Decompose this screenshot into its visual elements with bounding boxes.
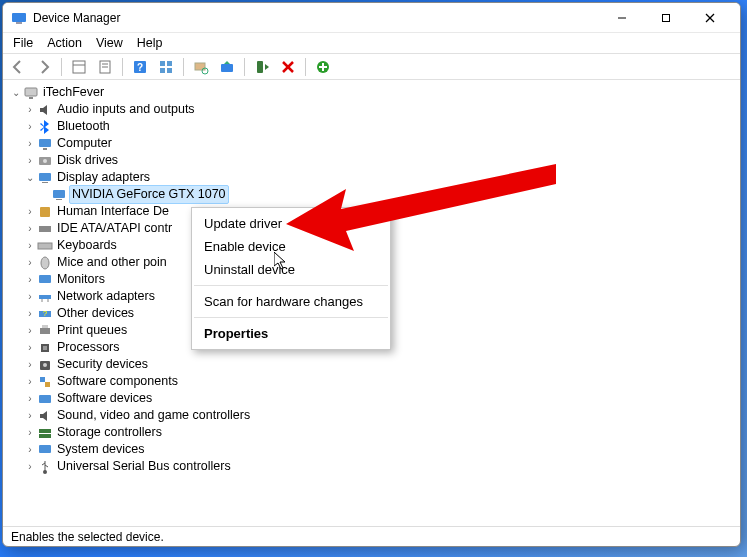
toolbar: ? [3, 54, 740, 80]
ide-icon [37, 221, 53, 237]
toolbar-separator [122, 58, 123, 76]
tree-item-label: Processors [57, 339, 120, 356]
keyboard-icon [37, 238, 53, 254]
chevron-right-icon[interactable]: › [23, 271, 37, 288]
back-button[interactable] [7, 56, 29, 78]
chevron-right-icon[interactable]: › [23, 305, 37, 322]
forward-button[interactable] [33, 56, 55, 78]
minimize-button[interactable] [600, 4, 644, 32]
chevron-right-icon[interactable]: › [23, 288, 37, 305]
tiles-button[interactable] [155, 56, 177, 78]
chevron-right-icon[interactable]: › [23, 390, 37, 407]
status-bar: Enables the selected device. [3, 526, 740, 546]
svg-rect-46 [40, 328, 50, 334]
chevron-down-icon[interactable]: ⌄ [23, 169, 37, 186]
chevron-right-icon[interactable]: › [23, 135, 37, 152]
title-bar[interactable]: Device Manager [3, 3, 740, 33]
storage-icon [37, 425, 53, 441]
window-controls [600, 4, 732, 32]
properties-toolbar-button[interactable] [94, 56, 116, 78]
uninstall-toolbar-button[interactable] [277, 56, 299, 78]
ctx-update-driver[interactable]: Update driver [192, 212, 390, 235]
tree-item[interactable]: ›Software devices [5, 390, 738, 407]
chevron-right-icon[interactable]: › [23, 237, 37, 254]
toolbar-separator [305, 58, 306, 76]
chevron-right-icon[interactable]: › [23, 101, 37, 118]
enable-toolbar-button[interactable] [251, 56, 273, 78]
svg-text:?: ? [43, 309, 48, 318]
help-toolbar-button[interactable]: ? [129, 56, 151, 78]
display-icon [37, 170, 53, 186]
ctx-scan-hardware[interactable]: Scan for hardware changes [192, 290, 390, 313]
tree-item-label: Disk drives [57, 152, 118, 169]
chevron-right-icon[interactable]: › [23, 152, 37, 169]
maximize-button[interactable] [644, 4, 688, 32]
svg-rect-16 [167, 68, 172, 73]
menu-action[interactable]: Action [47, 36, 82, 50]
tree-item[interactable]: ›Computer [5, 135, 738, 152]
svg-rect-47 [42, 325, 48, 328]
tree-item[interactable]: ›Disk drives [5, 152, 738, 169]
chevron-right-icon[interactable]: › [23, 373, 37, 390]
scan-hardware-button[interactable] [190, 56, 212, 78]
chevron-right-icon[interactable]: › [23, 339, 37, 356]
tree-item-label: IDE ATA/ATAPI contr [57, 220, 172, 237]
computer-icon [23, 85, 39, 101]
ctx-uninstall-device[interactable]: Uninstall device [192, 258, 390, 281]
computer-icon [37, 136, 53, 152]
chevron-down-icon[interactable]: ⌄ [9, 84, 23, 101]
svg-rect-27 [29, 97, 33, 99]
svg-rect-28 [39, 139, 51, 147]
context-menu-separator [194, 285, 388, 286]
show-hide-tree-button[interactable] [68, 56, 90, 78]
svg-rect-41 [39, 295, 51, 299]
tree-item[interactable]: ›Software components [5, 373, 738, 390]
menu-view[interactable]: View [96, 36, 123, 50]
svg-rect-3 [663, 14, 670, 21]
chevron-right-icon[interactable]: › [23, 118, 37, 135]
menu-help[interactable]: Help [137, 36, 163, 50]
ctx-enable-device[interactable]: Enable device [192, 235, 390, 258]
svg-rect-20 [257, 61, 263, 73]
chevron-right-icon[interactable]: › [23, 424, 37, 441]
cpu-icon [37, 340, 53, 356]
tree-item[interactable]: ›Storage controllers [5, 424, 738, 441]
chevron-right-icon[interactable]: › [23, 356, 37, 373]
chevron-right-icon[interactable]: › [23, 441, 37, 458]
tree-item-label: Print queues [57, 322, 127, 339]
tree-item-label: Mice and other poin [57, 254, 167, 271]
tree-item-label: Human Interface De [57, 203, 169, 220]
tree-item[interactable]: ›System devices [5, 441, 738, 458]
svg-rect-52 [40, 377, 45, 382]
tree-item[interactable]: ›Audio inputs and outputs [5, 101, 738, 118]
tree-item[interactable]: ›Bluetooth [5, 118, 738, 135]
tree-root-label: iTechFever [43, 84, 104, 101]
tree-item[interactable]: ›Security devices [5, 356, 738, 373]
add-hardware-button[interactable] [312, 56, 334, 78]
chevron-right-icon[interactable]: › [23, 407, 37, 424]
chevron-right-icon[interactable]: › [23, 322, 37, 339]
close-button[interactable] [688, 4, 732, 32]
update-driver-toolbar-button[interactable] [216, 56, 238, 78]
tree-item[interactable]: ›Universal Serial Bus controllers [5, 458, 738, 475]
hid-icon [37, 204, 53, 220]
svg-rect-0 [12, 13, 26, 22]
chevron-right-icon[interactable]: › [23, 220, 37, 237]
toolbar-separator [183, 58, 184, 76]
svg-rect-33 [42, 182, 48, 183]
usb-icon [37, 459, 53, 475]
chevron-right-icon[interactable]: › [23, 254, 37, 271]
menu-file[interactable]: File [13, 36, 33, 50]
tree-item-display-adapters[interactable]: ⌄Display adapters [5, 169, 738, 186]
disk-icon [37, 153, 53, 169]
chevron-right-icon[interactable]: › [23, 458, 37, 475]
tree-item[interactable]: ›Sound, video and game controllers [5, 407, 738, 424]
app-icon [11, 10, 27, 26]
tree-item-gpu-selected[interactable]: NVIDIA GeForce GTX 1070 [5, 186, 738, 203]
toolbar-separator [61, 58, 62, 76]
svg-point-39 [41, 257, 49, 269]
ctx-properties[interactable]: Properties [192, 322, 390, 345]
tree-item-label: NVIDIA GeForce GTX 1070 [69, 185, 229, 204]
tree-root-row[interactable]: ⌄ iTechFever [5, 84, 738, 101]
chevron-right-icon[interactable]: › [23, 203, 37, 220]
